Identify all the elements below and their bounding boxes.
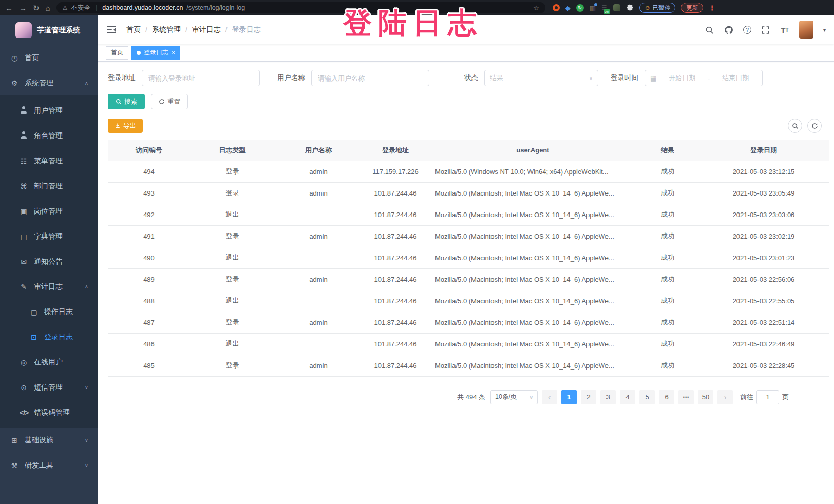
calendar-icon: ▦ <box>650 74 656 82</box>
date-end[interactable]: 结束日期 <box>714 73 757 83</box>
kebab-menu-icon[interactable]: ⋮ <box>709 4 715 12</box>
sidebar-item-roles[interactable]: 角色管理 <box>0 123 98 148</box>
sidebar-item-login-log[interactable]: ⊡ 登录日志 <box>0 324 98 350</box>
refresh-icon <box>811 123 818 129</box>
leaf-extension-icon[interactable] <box>613 4 620 11</box>
puzzle-extension-icon[interactable] <box>626 4 634 12</box>
gear-icon: ⚙ <box>10 79 18 87</box>
col-user: 用户名称 <box>275 140 362 161</box>
back-icon[interactable]: ← <box>5 4 13 12</box>
table-row: 485 登录 admin 101.87.244.46 Mozilla/5.0 (… <box>108 355 829 376</box>
reset-button[interactable]: 重置 <box>151 94 188 109</box>
sidebar-item-dev-tools[interactable]: ⚒ 研发工具 ∨ <box>0 453 98 478</box>
sidebar-item-online-users[interactable]: ◎ 在线用户 <box>0 350 98 375</box>
cell-id: 494 <box>108 161 190 182</box>
refresh-table-button[interactable] <box>807 119 822 133</box>
sidebar-item-error-codes[interactable]: </> 错误码管理 <box>0 400 98 425</box>
logo-row[interactable]: 芋道管理系统 <box>0 15 98 45</box>
goto-page: 前往 页 <box>740 390 789 404</box>
more-pages-button[interactable]: ••• <box>678 390 694 404</box>
reload-icon[interactable]: ↻ <box>33 4 40 12</box>
code-icon: </> <box>20 409 28 417</box>
cell-id: 487 <box>108 312 190 333</box>
browser-extensions: ◆ ↻ ▦ ☰on ☺ 已暂停 更新 ⋮ <box>553 3 716 13</box>
star-icon[interactable]: ☆ <box>533 4 539 12</box>
caret-down-icon[interactable]: ▾ <box>823 27 826 33</box>
page-button-50[interactable]: 50 <box>698 390 713 404</box>
forward-icon[interactable]: → <box>19 4 27 12</box>
breadcrumb-home[interactable]: 首页 <box>126 25 141 34</box>
date-start[interactable]: 开始日期 <box>660 73 704 83</box>
username-filter-input[interactable] <box>311 70 429 86</box>
sidebar-item-departments[interactable]: ⌘ 部门管理 <box>0 173 98 199</box>
github-icon[interactable] <box>724 25 733 34</box>
help-icon[interactable]: ? <box>743 26 751 34</box>
sync-extension-icon[interactable]: ↻ <box>576 4 584 12</box>
page-button-3[interactable]: 3 <box>600 390 616 404</box>
sidebar-item-infrastructure[interactable]: ⊞ 基础设施 ∨ <box>0 428 98 453</box>
sidebar-item-system[interactable]: ⚙ 系统管理 ∧ <box>0 70 98 95</box>
next-page-button[interactable]: › <box>717 390 733 404</box>
export-button[interactable]: 导出 <box>108 119 143 133</box>
cell-date: 2021-05-03 23:05:49 <box>698 182 829 204</box>
sidebar-item-audit-log[interactable]: ✎ 审计日志 ∧ <box>0 274 98 299</box>
security-label[interactable]: 不安全 <box>71 4 91 12</box>
cell-ip: 101.87.244.46 <box>362 247 429 268</box>
fullscreen-icon[interactable] <box>761 25 770 34</box>
cell-ip: 101.87.244.46 <box>362 312 429 333</box>
home-icon[interactable]: ⌂ <box>46 4 50 12</box>
tool-icon: ⚒ <box>10 461 18 470</box>
sidebar-item-menus[interactable]: ☷ 菜单管理 <box>0 148 98 173</box>
page-button-2[interactable]: 2 <box>581 390 596 404</box>
sidebar-item-home[interactable]: ◷ 首页 <box>0 45 98 70</box>
system-submenu: 用户管理 角色管理 ☷ 菜单管理 ⌘ 部门管理 ▣ <box>0 95 98 428</box>
goto-page-input[interactable] <box>756 390 779 404</box>
col-useragent: userAgent <box>429 140 637 161</box>
tag-login-log[interactable]: 登录日志 × <box>131 46 180 60</box>
hamburger-icon[interactable] <box>107 26 116 34</box>
breadcrumb-audit[interactable]: 审计日志 <box>192 25 221 34</box>
update-button[interactable]: 更新 <box>681 3 703 13</box>
sidebar-item-users[interactable]: 用户管理 <box>0 98 98 123</box>
cell-ip: 101.87.244.46 <box>362 290 429 312</box>
tree-icon: ⌘ <box>20 182 28 190</box>
log-icon: ✎ <box>20 283 28 291</box>
avatar[interactable] <box>799 21 813 39</box>
sidebar-item-sms[interactable]: ⊙ 短信管理 ∨ <box>0 375 98 400</box>
list-extension-icon[interactable]: ☰on <box>601 4 608 12</box>
cell-user: admin <box>275 161 362 182</box>
ubuntu-extension-icon[interactable] <box>553 4 560 11</box>
breadcrumb: 首页 / 系统管理 / 审计日志 / 登录日志 <box>126 25 261 34</box>
search-button[interactable]: 搜索 <box>108 94 145 109</box>
cell-ip: 101.87.244.46 <box>362 268 429 290</box>
sidebar-item-posts[interactable]: ▣ 岗位管理 <box>0 199 98 224</box>
chevron-down-icon: ∨ <box>589 75 593 81</box>
font-size-icon[interactable]: TT <box>780 25 789 34</box>
cell-useragent: Mozilla/5.0 (Windows NT 10.0; Win64; x64… <box>429 161 637 182</box>
address-filter-input[interactable] <box>142 70 260 86</box>
grid-extension-icon[interactable]: ▦ <box>590 4 596 12</box>
status-select[interactable]: 结果 ∨ <box>484 70 598 86</box>
breadcrumb-system[interactable]: 系统管理 <box>152 25 181 34</box>
cell-ip: 101.87.244.46 <box>362 355 429 376</box>
page-button-1[interactable]: 1 <box>561 390 577 404</box>
tag-home[interactable]: 首页 <box>106 46 128 60</box>
toggle-search-button[interactable] <box>788 119 802 133</box>
date-range-picker[interactable]: ▦ 开始日期 - 结束日期 <box>645 70 763 86</box>
sidebar-item-notice[interactable]: ✉ 通知公告 <box>0 249 98 274</box>
close-icon[interactable]: × <box>172 49 175 56</box>
cell-type: 登录 <box>190 268 275 290</box>
page-button-6[interactable]: 6 <box>659 390 674 404</box>
table-row: 494 登录 admin 117.159.17.226 Mozilla/5.0 … <box>108 161 829 182</box>
gem-extension-icon[interactable]: ◆ <box>565 4 571 12</box>
search-icon[interactable] <box>705 25 714 34</box>
extensions-paused-badge[interactable]: ☺ 已暂停 <box>639 3 676 13</box>
prev-page-button[interactable]: ‹ <box>542 390 557 404</box>
page-size-select[interactable]: 10条/页 ∨ <box>490 390 538 404</box>
content: 登录地址 用户名称 状态 结果 ∨ 登录时间 ▦ 开始日期 <box>98 62 834 404</box>
page-button-4[interactable]: 4 <box>620 390 635 404</box>
sidebar-item-operation-log[interactable]: ▢ 操作日志 <box>0 299 98 324</box>
sidebar-item-dict[interactable]: ▤ 字典管理 <box>0 224 98 249</box>
sms-icon: ⊙ <box>20 383 28 392</box>
page-button-5[interactable]: 5 <box>639 390 655 404</box>
